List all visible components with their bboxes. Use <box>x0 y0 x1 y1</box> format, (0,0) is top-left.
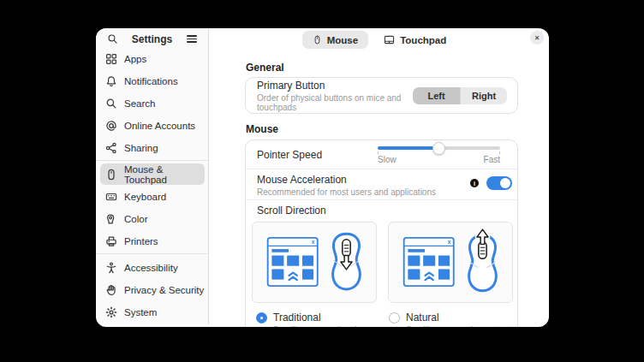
general-heading: General <box>246 62 284 74</box>
sidebar-item-system[interactable]: System <box>100 301 205 323</box>
sidebar-item-privacy-security[interactable]: Privacy & Security <box>100 279 205 300</box>
natural-illustration: x <box>388 222 513 303</box>
sidebar-item-accessibility[interactable]: Accessibility <box>100 257 205 278</box>
tab-touchpad[interactable]: Touchpad <box>373 31 456 49</box>
sidebar-title: Settings <box>119 33 185 45</box>
sidebar-headerbar: Settings <box>96 28 208 48</box>
slider-thumb[interactable] <box>432 142 445 155</box>
search-icon[interactable] <box>105 33 119 46</box>
sidebar: Settings Apps Notifications Search Onlin… <box>96 28 209 324</box>
sidebar-item-label: Apps <box>124 54 146 64</box>
radio-natural[interactable] <box>389 312 400 323</box>
mouse-icon <box>105 169 117 181</box>
mouse-icon <box>313 34 322 45</box>
sidebar-item-printers[interactable]: Printers <box>100 230 205 252</box>
svg-text:x: x <box>448 239 451 245</box>
main-menu-icon[interactable] <box>185 33 199 46</box>
natural-option[interactable]: Natural Scrolling moves the content <box>389 312 511 327</box>
close-icon[interactable]: ✕ <box>530 31 544 45</box>
touchpad-icon <box>384 34 395 45</box>
svg-text:x: x <box>312 239 315 245</box>
traditional-illustration: x <box>252 222 377 303</box>
at-icon <box>105 120 117 132</box>
sidebar-separator <box>96 253 208 254</box>
mouse-acceleration-subtitle: Recommended for most users and applicati… <box>257 187 436 197</box>
traditional-label: Traditional <box>273 312 367 323</box>
tab-mouse[interactable]: Mouse <box>302 31 368 49</box>
left-button[interactable]: Left <box>413 87 460 104</box>
sidebar-item-online-accounts[interactable]: Online Accounts <box>100 115 205 136</box>
tab-label: Mouse <box>327 35 358 45</box>
pointer-speed-title: Pointer Speed <box>257 149 322 161</box>
scroll-direction-title: Scroll Direction <box>257 205 326 217</box>
sidebar-item-color[interactable]: Color <box>100 208 205 229</box>
apps-grid-icon <box>105 53 117 65</box>
primary-button-card: Primary Button Order of physical buttons… <box>245 77 518 114</box>
natural-label: Natural <box>406 312 511 323</box>
sidebar-item-sharing[interactable]: Sharing <box>100 137 205 158</box>
sidebar-item-label: Keyboard <box>124 192 166 202</box>
sidebar-item-label: Color <box>124 214 147 224</box>
sidebar-item-mouse-touchpad[interactable]: Mouse & Touchpad <box>100 163 205 185</box>
sidebar-nav: Apps Notifications Search Online Account… <box>96 48 208 323</box>
sidebar-item-label: Accessibility <box>124 263 178 273</box>
sidebar-item-label: System <box>124 307 157 317</box>
sidebar-item-label: Mouse & Touchpad <box>124 164 205 185</box>
printer-icon <box>105 235 117 247</box>
share-icon <box>105 142 117 154</box>
primary-button-subtitle: Order of physical buttons on mice and to… <box>257 93 413 112</box>
fast-label: Fast <box>484 155 500 164</box>
mouse-heading: Mouse <box>246 123 278 135</box>
slider-labels: Slow Fast <box>378 155 500 164</box>
sidebar-item-label: Sharing <box>124 143 158 153</box>
hand-icon <box>105 284 117 296</box>
keyboard-icon <box>105 191 117 203</box>
mouse-acceleration-title: Mouse Acceleration <box>257 174 436 186</box>
slow-label: Slow <box>378 155 397 164</box>
search-icon <box>105 98 117 110</box>
sidebar-item-label: Search <box>124 98 155 109</box>
tab-label: Touchpad <box>400 35 446 45</box>
sidebar-item-label: Printers <box>124 236 158 246</box>
sidebar-separator <box>96 160 208 161</box>
sidebar-item-notifications[interactable]: Notifications <box>100 70 205 92</box>
sidebar-item-label: Online Accounts <box>124 121 195 131</box>
radio-traditional[interactable] <box>256 312 267 323</box>
primary-button-title: Primary Button <box>257 80 413 92</box>
traditional-subtitle: Scrolling moves the view <box>273 325 367 327</box>
sidebar-item-keyboard[interactable]: Keyboard <box>100 186 205 207</box>
sidebar-item-label: Notifications <box>124 76 178 86</box>
info-icon[interactable]: i <box>470 179 479 187</box>
primary-button-segmented: Left Right <box>413 87 507 104</box>
row-separator <box>246 199 517 200</box>
headerbar: Mouse Touchpad ✕ <box>210 28 549 54</box>
mouse-card: Pointer Speed Slow Fast Mouse Accelerati… <box>245 139 518 327</box>
color-icon <box>105 213 117 225</box>
mouse-acceleration-row: Mouse Acceleration Recommended for most … <box>246 169 517 199</box>
mouse-acceleration-toggle[interactable] <box>486 176 512 190</box>
bell-icon <box>105 75 117 87</box>
settings-window: Settings Apps Notifications Search Onlin… <box>96 28 549 327</box>
gear-icon <box>105 306 117 318</box>
view-switcher: Mouse Touchpad <box>210 31 549 49</box>
sidebar-item-apps[interactable]: Apps <box>100 48 205 69</box>
scroll-up-illustration: x <box>391 224 510 300</box>
accessibility-icon <box>105 262 117 274</box>
traditional-option[interactable]: Traditional Scrolling moves the view <box>256 312 367 327</box>
sidebar-item-label: Privacy & Security <box>124 285 204 295</box>
natural-subtitle: Scrolling moves the content <box>406 325 511 327</box>
right-button[interactable]: Right <box>460 87 507 104</box>
sidebar-item-search[interactable]: Search <box>100 92 205 114</box>
scroll-down-illustration: x <box>254 224 374 300</box>
